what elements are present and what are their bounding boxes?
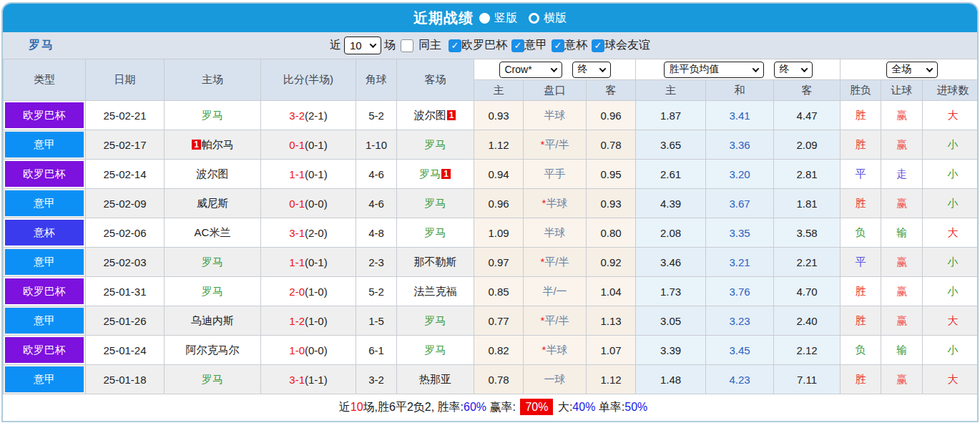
league-type-cell: 意杯: [4, 218, 86, 248]
goals-cell: 小: [923, 160, 979, 189]
bookmaker-select[interactable]: Crow*: [499, 62, 562, 78]
average-select-area: 胜平负均值 终: [636, 59, 841, 80]
goals-text: 小: [948, 197, 959, 209]
avg-home-cell: 2.08: [636, 218, 706, 248]
score-cell: 1-2(1-0): [261, 306, 356, 336]
average-stage-select[interactable]: 终: [774, 62, 813, 78]
goals-text: 小: [948, 256, 959, 268]
full-time-score: 2-0: [289, 286, 305, 298]
handicap-result-cell: 赢: [881, 277, 923, 306]
goals-cell: 小: [923, 277, 979, 306]
half-time-score: (1-0): [305, 286, 328, 298]
score-cell: 2-0(1-0): [261, 277, 356, 306]
league-checkbox-label: 意甲: [524, 38, 547, 53]
col-type: 类型: [4, 59, 86, 101]
sub-away-odds: 客: [587, 80, 636, 101]
goals-text: 小: [948, 285, 959, 297]
avg-draw-cell: 3.36: [706, 130, 774, 160]
scope-select-area: 全场: [841, 59, 979, 80]
avg-home-cell: 1.87: [636, 101, 706, 130]
league-type-badge: 欧罗巴杯: [5, 337, 84, 363]
team-name: 帕尔马: [202, 138, 234, 150]
corner-cell: 2-3: [356, 248, 397, 277]
sub-avg-away: 客: [774, 80, 841, 101]
team-name: 那不勒斯: [414, 256, 457, 268]
league-type-cell: 意甲: [4, 189, 86, 218]
match-row: 意甲25-02-09威尼斯0-1(0-0)4-6罗马0.96*半球0.934.3…: [4, 189, 979, 218]
average-select[interactable]: 胜平负均值: [664, 62, 764, 78]
league-checkbox[interactable]: [511, 39, 524, 52]
result-text: 胜: [856, 373, 866, 385]
result-cell: 负: [841, 218, 881, 248]
home-odds-cell: 0.85: [474, 277, 524, 306]
radio-vertical-selected-icon[interactable]: [479, 13, 490, 24]
sub-avg-home: 主: [636, 80, 706, 101]
goals-text: 大: [948, 373, 959, 385]
team-name: 罗马: [425, 226, 446, 238]
goals-text: 大: [948, 314, 959, 326]
away-team-cell: 波尔图1: [397, 101, 474, 130]
match-count-select[interactable]: 10: [344, 37, 381, 54]
sub-handicap: 盘口: [524, 80, 587, 101]
bookmaker-stage-select[interactable]: 终: [572, 62, 611, 78]
avg-home-cell: 4.39: [636, 189, 706, 218]
avg-draw-cell: 3.21: [706, 248, 774, 277]
handicap-result-cell: 走: [881, 160, 923, 189]
avg-home-cell: 3.65: [636, 130, 706, 160]
handicap-cell: 半/一: [524, 277, 587, 306]
away-odds-cell: 1.13: [587, 306, 636, 336]
corner-cell: 4-8: [356, 218, 397, 248]
score-cell: 1-0(0-0): [261, 336, 356, 365]
rank-badge: 1: [447, 110, 456, 120]
match-row: 欧罗巴杯25-02-14波尔图1-1(0-1)4-6罗马10.94平手0.952…: [4, 160, 979, 189]
score-cell: 0-1(0-1): [261, 130, 356, 160]
team-name: 罗马: [425, 314, 446, 326]
rank-badge: 1: [441, 169, 451, 179]
match-row: 意甲25-01-26乌迪内斯1-2(1-0)1-5罗马0.77*平/半1.133…: [4, 306, 979, 336]
score-cell: 3-1(2-0): [261, 218, 356, 248]
avg-draw-value: 3.23: [729, 315, 750, 327]
result-text: 胜: [856, 285, 866, 297]
handicap-result-text: 赢: [896, 373, 907, 385]
summary-segment: 场,胜6平2负2, 胜率:: [363, 401, 464, 413]
result-cell: 胜: [841, 130, 881, 160]
handicap-cell: *平/半: [524, 306, 587, 336]
team-name: 罗马: [425, 138, 446, 150]
radio-horizontal-label[interactable]: 横版: [544, 11, 567, 26]
chevron-down-icon: [550, 65, 557, 72]
away-odds-cell: 1.04: [587, 277, 636, 306]
handicap-cell: *平/半: [524, 130, 587, 160]
radio-horizontal-icon[interactable]: [529, 13, 539, 24]
full-time-score: 1-0: [289, 344, 305, 356]
summary-bar: 近10场,胜6平2负2, 胜率:60% 赢率: 70% 大:40% 单率:50%: [4, 394, 979, 421]
result-text: 胜: [856, 109, 866, 121]
avg-away-cell: 2.81: [774, 160, 841, 189]
radio-vertical-label[interactable]: 竖版: [494, 11, 517, 26]
games-label: 场: [384, 38, 396, 53]
home-team-cell: 罗马: [165, 248, 261, 277]
date-cell: 25-02-03: [86, 248, 165, 277]
scope-select[interactable]: 全场: [886, 62, 938, 78]
league-checkbox[interactable]: [449, 39, 461, 52]
league-type-badge: 意甲: [5, 366, 84, 392]
league-checkbox[interactable]: [592, 39, 604, 52]
home-team-cell: 1帕尔马: [165, 130, 261, 160]
avg-draw-value: 3.67: [729, 198, 750, 210]
handicap-result-cell: 赢: [881, 248, 923, 277]
same-home-checkbox[interactable]: [401, 39, 413, 52]
handicap-text: 半球: [544, 109, 566, 121]
league-type-badge: 欧罗巴杯: [5, 102, 84, 128]
date-cell: 25-02-14: [86, 160, 165, 189]
home-team-cell: AC米兰: [165, 218, 261, 248]
team-name: AC米兰: [195, 226, 231, 238]
home-team-cell: 罗马: [165, 365, 261, 394]
league-checkbox[interactable]: [552, 39, 564, 52]
league-type-cell: 欧罗巴杯: [4, 101, 86, 130]
sub-avg-draw: 和: [706, 80, 774, 101]
avg-draw-value: 4.23: [729, 374, 750, 386]
league-checkbox-label: 意杯: [564, 38, 587, 53]
half-time-score: (0-1): [305, 168, 328, 180]
bookmaker-select-area: Crow* 终: [474, 59, 636, 80]
handicap-cell: *平/半: [524, 248, 587, 277]
league-type-cell: 欧罗巴杯: [4, 277, 86, 306]
